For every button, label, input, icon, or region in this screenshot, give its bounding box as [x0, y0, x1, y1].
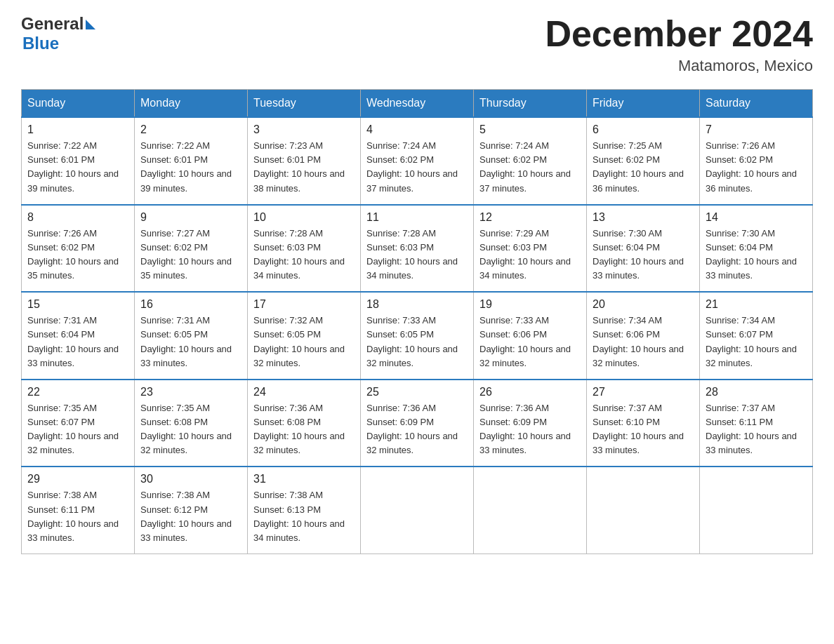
- calendar-cell: 30 Sunrise: 7:38 AMSunset: 6:12 PMDaylig…: [135, 467, 248, 554]
- day-info: Sunrise: 7:33 AMSunset: 6:06 PMDaylight:…: [479, 315, 571, 368]
- calendar-header-row: Sunday Monday Tuesday Wednesday Thursday…: [22, 90, 813, 118]
- day-info: Sunrise: 7:35 AMSunset: 6:07 PMDaylight:…: [27, 403, 119, 455]
- day-number: 4: [366, 123, 468, 136]
- day-info: Sunrise: 7:26 AMSunset: 6:02 PMDaylight:…: [706, 140, 797, 193]
- calendar-cell: 29 Sunrise: 7:38 AMSunset: 6:11 PMDaylig…: [22, 467, 135, 554]
- calendar-cell: 16 Sunrise: 7:31 AMSunset: 6:05 PMDaylig…: [135, 292, 248, 380]
- day-info: Sunrise: 7:25 AMSunset: 6:02 PMDaylight:…: [593, 140, 684, 193]
- calendar-table: Sunday Monday Tuesday Wednesday Thursday…: [21, 89, 813, 554]
- day-number: 29: [27, 473, 128, 485]
- day-info: Sunrise: 7:28 AMSunset: 6:03 PMDaylight:…: [253, 228, 345, 281]
- day-info: Sunrise: 7:34 AMSunset: 6:06 PMDaylight:…: [593, 315, 684, 368]
- day-info: Sunrise: 7:24 AMSunset: 6:02 PMDaylight:…: [479, 140, 571, 193]
- calendar-cell: [587, 467, 700, 554]
- calendar-cell: 22 Sunrise: 7:35 AMSunset: 6:07 PMDaylig…: [22, 380, 135, 467]
- col-monday: Monday: [135, 90, 248, 118]
- day-number: 15: [27, 298, 128, 311]
- day-info: Sunrise: 7:36 AMSunset: 6:09 PMDaylight:…: [479, 403, 571, 455]
- day-number: 17: [253, 298, 355, 311]
- calendar-cell: [474, 467, 587, 554]
- calendar-cell: 1 Sunrise: 7:22 AMSunset: 6:01 PMDayligh…: [22, 117, 135, 205]
- calendar-cell: 7 Sunrise: 7:26 AMSunset: 6:02 PMDayligh…: [700, 117, 813, 205]
- day-info: Sunrise: 7:37 AMSunset: 6:11 PMDaylight:…: [706, 403, 797, 455]
- calendar-cell: 20 Sunrise: 7:34 AMSunset: 6:06 PMDaylig…: [587, 292, 700, 380]
- calendar-cell: 14 Sunrise: 7:30 AMSunset: 6:04 PMDaylig…: [700, 205, 813, 293]
- day-info: Sunrise: 7:31 AMSunset: 6:05 PMDaylight:…: [140, 315, 232, 368]
- calendar-cell: 21 Sunrise: 7:34 AMSunset: 6:07 PMDaylig…: [700, 292, 813, 380]
- calendar-cell: 8 Sunrise: 7:26 AMSunset: 6:02 PMDayligh…: [22, 205, 135, 293]
- day-number: 18: [366, 298, 468, 311]
- col-saturday: Saturday: [700, 90, 813, 118]
- col-tuesday: Tuesday: [248, 90, 361, 118]
- day-number: 23: [140, 386, 241, 398]
- title-block: December 2024 Matamoros, Mexico: [545, 14, 813, 75]
- day-info: Sunrise: 7:34 AMSunset: 6:07 PMDaylight:…: [706, 315, 797, 368]
- day-info: Sunrise: 7:37 AMSunset: 6:10 PMDaylight:…: [593, 403, 684, 455]
- calendar-cell: 9 Sunrise: 7:27 AMSunset: 6:02 PMDayligh…: [135, 205, 248, 293]
- day-info: Sunrise: 7:22 AMSunset: 6:01 PMDaylight:…: [140, 140, 232, 193]
- page-header: General Blue December 2024 Matamoros, Me…: [21, 14, 813, 75]
- calendar-cell: 28 Sunrise: 7:37 AMSunset: 6:11 PMDaylig…: [700, 380, 813, 467]
- day-number: 20: [593, 298, 694, 311]
- day-number: 14: [706, 211, 807, 224]
- day-info: Sunrise: 7:23 AMSunset: 6:01 PMDaylight:…: [253, 140, 345, 193]
- week-row-4: 22 Sunrise: 7:35 AMSunset: 6:07 PMDaylig…: [22, 380, 813, 467]
- col-friday: Friday: [587, 90, 700, 118]
- day-info: Sunrise: 7:36 AMSunset: 6:08 PMDaylight:…: [253, 403, 345, 455]
- day-number: 8: [27, 211, 128, 224]
- calendar-cell: [361, 467, 474, 554]
- day-number: 2: [140, 123, 241, 136]
- day-number: 12: [479, 211, 581, 224]
- week-row-2: 8 Sunrise: 7:26 AMSunset: 6:02 PMDayligh…: [22, 205, 813, 293]
- logo-arrow-icon: [86, 20, 95, 29]
- day-number: 13: [593, 211, 694, 224]
- day-info: Sunrise: 7:28 AMSunset: 6:03 PMDaylight:…: [366, 228, 458, 281]
- day-info: Sunrise: 7:38 AMSunset: 6:12 PMDaylight:…: [140, 490, 232, 542]
- day-info: Sunrise: 7:32 AMSunset: 6:05 PMDaylight:…: [253, 315, 345, 368]
- col-thursday: Thursday: [474, 90, 587, 118]
- calendar-cell: 26 Sunrise: 7:36 AMSunset: 6:09 PMDaylig…: [474, 380, 587, 467]
- day-info: Sunrise: 7:22 AMSunset: 6:01 PMDaylight:…: [27, 140, 119, 193]
- day-number: 1: [27, 123, 128, 136]
- day-info: Sunrise: 7:24 AMSunset: 6:02 PMDaylight:…: [366, 140, 458, 193]
- day-number: 16: [140, 298, 241, 311]
- calendar-cell: 15 Sunrise: 7:31 AMSunset: 6:04 PMDaylig…: [22, 292, 135, 380]
- day-number: 27: [593, 386, 694, 398]
- calendar-cell: 23 Sunrise: 7:35 AMSunset: 6:08 PMDaylig…: [135, 380, 248, 467]
- calendar-cell: [700, 467, 813, 554]
- day-number: 19: [479, 298, 581, 311]
- week-row-1: 1 Sunrise: 7:22 AMSunset: 6:01 PMDayligh…: [22, 117, 813, 205]
- calendar-cell: 31 Sunrise: 7:38 AMSunset: 6:13 PMDaylig…: [248, 467, 361, 554]
- day-info: Sunrise: 7:36 AMSunset: 6:09 PMDaylight:…: [366, 403, 458, 455]
- calendar-cell: 4 Sunrise: 7:24 AMSunset: 6:02 PMDayligh…: [361, 117, 474, 205]
- day-info: Sunrise: 7:30 AMSunset: 6:04 PMDaylight:…: [706, 228, 797, 281]
- day-info: Sunrise: 7:26 AMSunset: 6:02 PMDaylight:…: [27, 228, 119, 281]
- week-row-5: 29 Sunrise: 7:38 AMSunset: 6:11 PMDaylig…: [22, 467, 813, 554]
- calendar-cell: 25 Sunrise: 7:36 AMSunset: 6:09 PMDaylig…: [361, 380, 474, 467]
- day-number: 31: [253, 473, 355, 485]
- day-number: 25: [366, 386, 468, 398]
- day-number: 21: [706, 298, 807, 311]
- day-info: Sunrise: 7:33 AMSunset: 6:05 PMDaylight:…: [366, 315, 458, 368]
- day-number: 7: [706, 123, 807, 136]
- logo-blue-text: Blue: [22, 34, 59, 53]
- calendar-cell: 3 Sunrise: 7:23 AMSunset: 6:01 PMDayligh…: [248, 117, 361, 205]
- day-number: 9: [140, 211, 241, 224]
- day-number: 30: [140, 473, 241, 485]
- calendar-cell: 17 Sunrise: 7:32 AMSunset: 6:05 PMDaylig…: [248, 292, 361, 380]
- calendar-cell: 11 Sunrise: 7:28 AMSunset: 6:03 PMDaylig…: [361, 205, 474, 293]
- calendar-cell: 24 Sunrise: 7:36 AMSunset: 6:08 PMDaylig…: [248, 380, 361, 467]
- day-number: 26: [479, 386, 581, 398]
- day-number: 24: [253, 386, 355, 398]
- calendar-cell: 27 Sunrise: 7:37 AMSunset: 6:10 PMDaylig…: [587, 380, 700, 467]
- month-title: December 2024: [545, 14, 813, 54]
- col-wednesday: Wednesday: [361, 90, 474, 118]
- day-info: Sunrise: 7:31 AMSunset: 6:04 PMDaylight:…: [27, 315, 119, 368]
- calendar-cell: 2 Sunrise: 7:22 AMSunset: 6:01 PMDayligh…: [135, 117, 248, 205]
- week-row-3: 15 Sunrise: 7:31 AMSunset: 6:04 PMDaylig…: [22, 292, 813, 380]
- day-number: 6: [593, 123, 694, 136]
- day-info: Sunrise: 7:30 AMSunset: 6:04 PMDaylight:…: [593, 228, 684, 281]
- calendar-cell: 6 Sunrise: 7:25 AMSunset: 6:02 PMDayligh…: [587, 117, 700, 205]
- day-number: 5: [479, 123, 581, 136]
- day-info: Sunrise: 7:38 AMSunset: 6:13 PMDaylight:…: [253, 490, 345, 542]
